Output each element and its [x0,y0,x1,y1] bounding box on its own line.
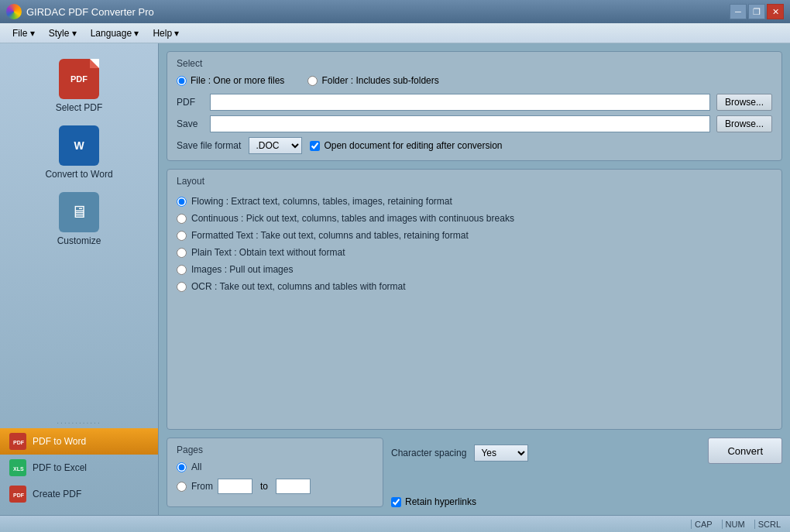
layout-radio-0[interactable] [177,197,187,207]
convert-to-word-label: Convert to Word [45,169,112,180]
layout-option-3[interactable]: Plain Text : Obtain text without format [177,247,772,258]
pages-from-option[interactable]: From [177,481,213,492]
save-row: Save Browse... [177,115,772,132]
pages-content: All From to [177,462,373,494]
open-document-label: Open document for editing after conversi… [324,140,502,151]
layout-label-1: Continuous : Pick out text, columns, tab… [191,213,514,224]
folder-radio-input[interactable] [307,76,318,86]
convert-button[interactable]: Convert [708,438,782,464]
customize-label: Customize [57,235,101,246]
layout-radio-1[interactable] [177,214,187,224]
file-radio-label: File : One or more files [191,75,284,86]
layout-option-5[interactable]: OCR : Take out text, columns and tables … [177,281,772,292]
pages-from-input[interactable] [218,479,252,494]
save-label: Save [177,118,204,129]
sidebar-item-pdf-to-excel[interactable]: XLS PDF to Excel [0,455,158,481]
pdf-row: PDF Browse... [177,94,772,111]
layout-option-2[interactable]: Formatted Text : Take out text, columns … [177,230,772,241]
hyperlinks-row: Retain hyperlinks [391,496,782,507]
sidebar-label-create-pdf: Create PDF [33,489,81,499]
layout-panel: Layout Flowing : Extract text, columns, … [167,169,782,430]
pages-all-option[interactable]: All [177,462,373,472]
save-browse-button[interactable]: Browse... [716,115,772,132]
layout-option-1[interactable]: Continuous : Pick out text, columns, tab… [177,213,772,224]
menu-file[interactable]: File ▾ [6,26,41,40]
char-spacing-row: Character spacing Yes No [391,444,528,462]
select-panel-title: Select [177,58,772,69]
layout-panel-title: Layout [177,176,772,187]
sidebar-label-pdf-to-excel: PDF to Excel [33,462,87,473]
pages-from-label: From [191,481,213,492]
open-document-checkbox[interactable] [310,141,320,151]
app-logo [6,4,22,19]
layout-option-4[interactable]: Images : Pull out images [177,264,772,275]
format-row: Save file format .DOC .DOCX .RTF Open do… [177,137,772,154]
layout-radio-4[interactable] [177,265,187,275]
pages-from-radio[interactable] [177,482,187,492]
pdf-browse-button[interactable]: Browse... [716,94,772,111]
minimize-button[interactable]: ─ [730,4,747,19]
folder-radio-label: Folder : Includes sub-folders [321,75,438,86]
char-spacing-select[interactable]: Yes No [474,444,528,462]
layout-option-0[interactable]: Flowing : Extract text, columns, tables,… [177,196,772,207]
pages-from-row: From to [177,479,373,494]
sidebar-item-create-pdf[interactable]: PDF Create PDF [0,481,158,507]
pages-to-input[interactable] [276,479,311,494]
select-pdf-button[interactable]: Select PDF [56,59,103,113]
convert-to-word-button[interactable]: W Convert to Word [45,125,112,180]
customize-icon: 🖥 [59,192,99,232]
layout-radio-3[interactable] [177,248,187,258]
window-title: GIRDAC PDF Converter Pro [26,6,154,18]
pdf-word-nav-icon: PDF [9,433,26,450]
sidebar-nav: PDF PDF to Word XLS PDF to Excel PDF Cre… [0,428,158,507]
format-select[interactable]: .DOC .DOCX .RTF [249,137,302,154]
status-cap: CAP [691,520,716,529]
word-icon: W [59,125,99,166]
customize-button[interactable]: 🖥 Customize [57,192,101,246]
select-radio-row: File : One or more files Folder : Includ… [177,75,772,86]
pages-to-label: to [260,481,268,492]
open-document-option[interactable]: Open document for editing after conversi… [310,140,502,151]
pdf-icon [59,59,99,99]
char-spacing-label: Character spacing [391,448,466,458]
layout-radio-2[interactable] [177,231,187,241]
title-bar-left: GIRDAC PDF Converter Pro [6,4,154,19]
save-input[interactable] [210,115,710,132]
retain-hyperlinks-checkbox[interactable] [391,497,401,507]
format-label: Save file format [177,140,241,151]
title-bar: GIRDAC PDF Converter Pro ─ ❐ ✕ [0,0,790,23]
file-radio-input[interactable] [177,76,187,86]
retain-hyperlinks-option[interactable]: Retain hyperlinks [391,496,476,507]
layout-label-2: Formatted Text : Take out text, columns … [191,230,469,241]
sidebar: Select PDF W Convert to Word 🖥 Customize… [0,43,159,515]
content-area: Select File : One or more files Folder :… [159,43,790,515]
status-num: NUM [722,520,748,529]
pages-panel: Pages All From to [167,438,383,507]
pdf-corner [90,59,99,68]
pages-all-label: All [191,462,201,472]
status-scrl: SCRL [754,520,784,529]
file-radio-option[interactable]: File : One or more files [177,75,284,86]
select-panel: Select File : One or more files Folder :… [167,51,782,161]
bottom-right: Character spacing Yes No Convert Retain … [391,438,782,507]
create-pdf-nav-icon: PDF [9,486,26,503]
menu-help[interactable]: Help ▾ [146,26,185,40]
pdf-input[interactable] [210,94,710,111]
restore-button[interactable]: ❐ [748,4,765,19]
pages-all-radio[interactable] [177,462,187,472]
menu-style[interactable]: Style ▾ [43,26,83,40]
sidebar-item-pdf-to-word[interactable]: PDF PDF to Word [0,428,158,455]
pages-panel-title: Pages [177,444,373,455]
select-pdf-label: Select PDF [56,102,103,113]
sidebar-top: Select PDF W Convert to Word 🖥 Customize [0,51,158,414]
retain-hyperlinks-label: Retain hyperlinks [405,496,476,507]
bottom-section: Pages All From to [167,438,782,507]
close-button[interactable]: ✕ [767,4,784,19]
folder-radio-option[interactable]: Folder : Includes sub-folders [307,75,438,86]
pdf-label: PDF [177,97,204,108]
layout-radio-5[interactable] [177,282,187,292]
pdf-excel-nav-icon: XLS [9,459,26,476]
main-layout: Select PDF W Convert to Word 🖥 Customize… [0,43,790,515]
menu-language[interactable]: Language ▾ [84,26,146,40]
svg-text:PDF: PDF [13,493,24,498]
